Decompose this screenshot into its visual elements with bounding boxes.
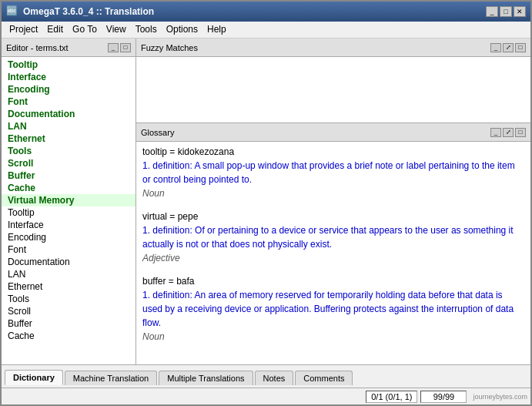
glossary-expand-btn[interactable]: ⤢ — [503, 128, 514, 137]
fuzzy-panel-header: Fuzzy Matches _ ⤢ □ — [136, 39, 530, 57]
list-item[interactable]: Scroll — [2, 157, 136, 169]
menu-edit[interactable]: Edit — [42, 23, 68, 36]
app-icon: 🔤 — [6, 5, 18, 18]
fuzzy-minimize-btn[interactable]: _ — [490, 43, 501, 52]
fuzzy-header-label: Fuzzy Matches — [141, 43, 198, 52]
glossary-panel: Glossary _ ⤢ □ tooltip = kidokezozana 1.… — [136, 123, 530, 364]
list-item[interactable]: Scroll — [2, 305, 136, 317]
menu-view[interactable]: View — [102, 23, 131, 36]
fuzzy-expand-btn[interactable]: ⤢ — [503, 43, 514, 52]
glossary-definition: 1. definition: A small pop-up window tha… — [142, 159, 524, 186]
glossary-minimize-btn[interactable]: _ — [490, 128, 501, 137]
list-item[interactable]: LAN — [2, 120, 136, 133]
right-panel: Fuzzy Matches _ ⤢ □ Glossary _ ⤢ □ — [136, 39, 530, 364]
progress-indicator: 0/1 (0/1, 1) — [366, 391, 417, 403]
editor-maximize-btn[interactable]: □ — [120, 43, 131, 52]
maximize-button[interactable]: □ — [500, 6, 512, 17]
glossary-term: buffer = bafa — [142, 274, 524, 288]
fuzzy-content — [136, 57, 530, 122]
editor-panel-header: Editor - terms.txt _ □ — [2, 39, 136, 57]
left-panel: Editor - terms.txt _ □ Tooltip Interface… — [2, 39, 136, 364]
glossary-pos: Noun — [142, 330, 524, 344]
list-item[interactable]: Encoding — [2, 231, 136, 243]
list-item[interactable]: Buffer — [2, 169, 136, 182]
list-item[interactable]: Interface — [2, 71, 136, 83]
list-item[interactable]: Cache — [2, 182, 136, 194]
fuzzy-maximize-btn[interactable]: □ — [515, 43, 526, 52]
list-item[interactable]: Font — [2, 96, 136, 108]
minimize-button[interactable]: _ — [486, 6, 498, 17]
glossary-entry-buffer: buffer = bafa 1. definition: An area of … — [142, 274, 524, 344]
glossary-term: tooltip = kidokezozana — [142, 145, 524, 159]
fuzzy-panel: Fuzzy Matches _ ⤢ □ — [136, 39, 530, 123]
list-item[interactable]: Tooltip — [2, 59, 136, 71]
tab-dictionary[interactable]: Dictionary — [5, 370, 63, 385]
tab-notes[interactable]: Notes — [255, 371, 294, 385]
glossary-definition: 1. definition: Of or pertaining to a dev… — [142, 223, 524, 251]
glossary-panel-header: Glossary _ ⤢ □ — [136, 123, 530, 142]
list-item[interactable]: Tools — [2, 145, 136, 157]
bottom-tabs: Dictionary Machine Translation Multiple … — [2, 364, 530, 388]
main-content: Editor - terms.txt _ □ Tooltip Interface… — [2, 39, 530, 364]
list-item[interactable]: Tools — [2, 293, 136, 305]
menu-project[interactable]: Project — [5, 23, 42, 36]
window-title: OmegaT 3.6.0_4 :: Translation — [23, 6, 154, 17]
glossary-term: virtual = pepe — [142, 210, 524, 223]
list-item[interactable]: LAN — [2, 268, 136, 280]
menu-tools[interactable]: Tools — [131, 23, 162, 36]
close-button[interactable]: ✕ — [514, 6, 526, 17]
glossary-header-label: Glossary — [141, 128, 174, 137]
list-item[interactable]: Cache — [2, 330, 136, 342]
editor-list[interactable]: Tooltip Interface Encoding Font Document… — [2, 57, 136, 364]
list-item[interactable]: Font — [2, 243, 136, 256]
list-item[interactable]: Buffer — [2, 317, 136, 330]
list-item[interactable]: Ethernet — [2, 280, 136, 293]
glossary-entry-tooltip: tooltip = kidokezozana 1. definition: A … — [142, 145, 524, 200]
tab-comments[interactable]: Comments — [295, 371, 353, 385]
list-item[interactable]: Ethernet — [2, 133, 136, 145]
total-indicator: 99/99 — [420, 391, 467, 403]
menu-help[interactable]: Help — [202, 23, 231, 36]
tab-multiple-translations[interactable]: Multiple Translations — [159, 371, 253, 385]
editor-minimize-btn[interactable]: _ — [108, 43, 119, 52]
list-item[interactable]: Documentation — [2, 108, 136, 120]
title-bar: 🔤 OmegaT 3.6.0_4 :: Translation _ □ ✕ — [2, 2, 530, 22]
tab-machine-translation[interactable]: Machine Translation — [65, 371, 157, 385]
glossary-content: tooltip = kidokezozana 1. definition: A … — [136, 142, 530, 364]
list-item-virtual-memory[interactable]: Virtual Memory — [2, 194, 136, 206]
window-controls: _ □ ✕ — [486, 6, 526, 17]
list-item[interactable]: Interface — [2, 219, 136, 231]
main-window: 🔤 OmegaT 3.6.0_4 :: Translation _ □ ✕ Pr… — [0, 0, 532, 406]
glossary-pos: Noun — [142, 186, 524, 200]
list-item[interactable]: Documentation — [2, 256, 136, 268]
glossary-maximize-btn[interactable]: □ — [515, 128, 526, 137]
menu-bar: Project Edit Go To View Tools Options He… — [2, 22, 530, 39]
glossary-entry-virtual: virtual = pepe 1. definition: Of or pert… — [142, 210, 524, 265]
editor-header-label: Editor - terms.txt — [6, 43, 69, 52]
status-bar: 0/1 (0/1, 1) 99/99 journeybytes.com — [2, 388, 530, 404]
watermark: journeybytes.com — [473, 393, 527, 401]
menu-options[interactable]: Options — [162, 23, 202, 36]
glossary-definition: 1. definition: An area of memory reserve… — [142, 288, 524, 330]
glossary-pos: Adjective — [142, 251, 524, 265]
list-item[interactable]: Tooltip — [2, 206, 136, 219]
list-item[interactable]: Encoding — [2, 83, 136, 96]
menu-goto[interactable]: Go To — [68, 23, 102, 36]
